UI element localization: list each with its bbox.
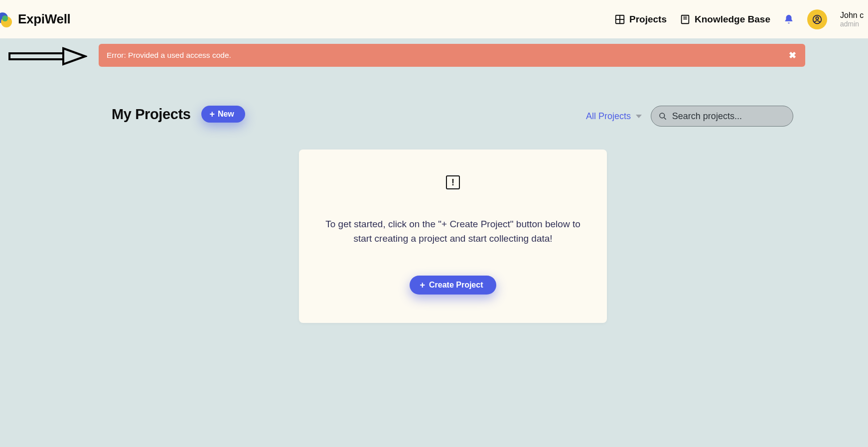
grid-icon — [614, 14, 625, 25]
chevron-down-icon — [636, 115, 642, 118]
search-input[interactable] — [672, 111, 786, 122]
page-title: My Projects — [112, 106, 190, 123]
project-filter-label: All Projects — [586, 111, 631, 122]
brand-mark-icon — [0, 11, 13, 27]
error-alert: Error: Provided a used access code. ✖ — [99, 44, 805, 67]
search-icon — [658, 111, 667, 121]
svg-point-10 — [660, 113, 665, 118]
alert-close-button[interactable]: ✖ — [789, 50, 796, 61]
new-button-label: New — [218, 110, 234, 119]
svg-rect-8 — [9, 53, 63, 59]
header-bar: ExpiWell Projects Knowledge Base — [0, 0, 868, 38]
plus-icon: + — [420, 281, 425, 290]
header-nav: Projects Knowledge Base John c admin — [614, 0, 868, 38]
user-name: John c — [840, 10, 868, 20]
search-box[interactable] — [651, 106, 793, 127]
create-project-button-label: Create Project — [429, 281, 483, 290]
annotation-arrow-icon — [7, 46, 87, 66]
create-project-button[interactable]: + Create Project — [410, 276, 496, 295]
user-role: admin — [840, 20, 868, 28]
page-title-row: My Projects + New — [112, 106, 245, 123]
nav-knowledge-base-label: Knowledge Base — [695, 14, 770, 25]
filter-row: All Projects — [586, 106, 793, 127]
book-icon — [680, 14, 691, 25]
empty-state-card: ! To get started, click on the "+ Create… — [299, 149, 607, 323]
bell-icon[interactable] — [783, 14, 794, 25]
new-button[interactable]: + New — [201, 106, 245, 123]
empty-state-message: To get started, click on the "+ Create P… — [324, 217, 582, 246]
nav-knowledge-base[interactable]: Knowledge Base — [680, 14, 770, 25]
brand-logo[interactable]: ExpiWell — [0, 11, 71, 27]
nav-projects[interactable]: Projects — [614, 14, 667, 25]
plus-icon: + — [209, 110, 215, 119]
alert-box-icon: ! — [446, 175, 460, 189]
brand-name: ExpiWell — [18, 11, 71, 27]
avatar[interactable] — [807, 9, 827, 29]
svg-point-7 — [816, 16, 818, 19]
svg-marker-9 — [63, 48, 85, 64]
nav-projects-label: Projects — [629, 14, 667, 25]
user-icon — [812, 14, 822, 24]
project-filter-dropdown[interactable]: All Projects — [586, 111, 642, 122]
error-alert-text: Error: Provided a used access code. — [107, 51, 231, 60]
user-info[interactable]: John c admin — [840, 10, 868, 28]
svg-line-11 — [664, 118, 666, 120]
